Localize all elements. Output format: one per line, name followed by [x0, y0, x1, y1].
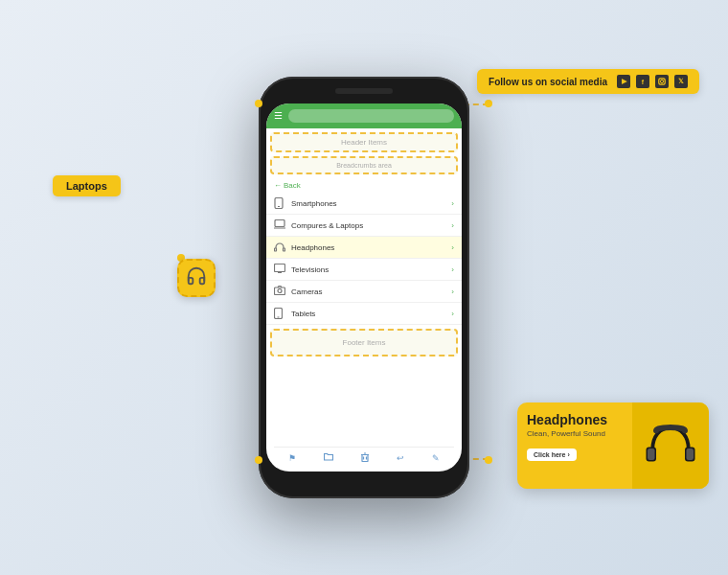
laptops-icon: [274, 219, 285, 231]
back-arrow-icon: ←: [274, 181, 282, 190]
back-button[interactable]: ← Back: [266, 178, 462, 193]
televisions-chevron: ›: [451, 265, 454, 274]
back-label: Back: [284, 181, 301, 190]
header-items-area: Header Items: [270, 132, 458, 152]
smartphones-chevron: ›: [451, 199, 454, 208]
screen-header: ☰: [266, 104, 462, 128]
social-bar-text: Follow us on social media: [489, 77, 607, 87]
svg-rect-7: [275, 248, 277, 251]
hamburger-icon[interactable]: ☰: [274, 111, 283, 121]
corner-dot-tr: [485, 100, 492, 107]
headphones-menu-label: Headphones: [291, 243, 445, 252]
tablets-label: Tablets: [291, 310, 445, 318]
twitter-icon[interactable]: 𝕏: [674, 75, 688, 88]
phone-notch: [335, 88, 393, 94]
cameras-label: Cameras: [291, 288, 445, 296]
tablets-chevron: ›: [451, 310, 454, 318]
svg-rect-5: [275, 220, 284, 227]
laptops-menu-label: Compures & Laptops: [291, 221, 445, 230]
phone-screen: ☰ Header Items Breadcrumbs area ← Back: [266, 104, 462, 472]
promo-card-button[interactable]: Click here ›: [527, 448, 577, 461]
corner-dot-bl: [255, 456, 262, 464]
bottom-nav: ⚑ ↩ ✎: [274, 447, 454, 468]
promo-card-content: Headphones Clean, Powerful Sound Click h…: [517, 402, 632, 489]
tablets-icon: [274, 308, 285, 319]
phone-shell: ☰ Header Items Breadcrumbs area ← Back: [259, 77, 469, 498]
promo-card-title: Headphones: [527, 412, 623, 427]
menu-item-cameras[interactable]: Cameras ›: [266, 281, 462, 303]
footer-items-area: Footer Items: [270, 329, 458, 356]
televisions-label: Televisions: [291, 265, 445, 274]
menu-item-smartphones[interactable]: Smartphones ›: [266, 193, 462, 215]
svg-rect-15: [362, 454, 368, 461]
search-bar[interactable]: [288, 109, 454, 123]
corner-dot-br: [485, 456, 492, 464]
svg-rect-8: [284, 248, 285, 251]
corner-dot-tl: [255, 100, 262, 107]
headphones-chevron: ›: [451, 243, 454, 252]
promo-card-image: [632, 402, 709, 489]
svg-rect-9: [275, 264, 285, 272]
menu-item-televisions[interactable]: Televisions ›: [266, 259, 462, 281]
svg-rect-23: [687, 448, 694, 460]
laptops-chevron: ›: [451, 221, 454, 230]
svg-point-2: [664, 80, 665, 80]
laptops-label: Laptops: [53, 175, 121, 196]
nav-icon-undo[interactable]: ↩: [397, 453, 404, 463]
headphones-badge-icon: [186, 265, 207, 291]
social-media-bar: Follow us on social media ▶ f 𝕏: [477, 69, 699, 94]
headphones-badge: [177, 259, 216, 297]
svg-point-12: [278, 289, 282, 293]
promo-card: Headphones Clean, Powerful Sound Click h…: [517, 402, 709, 489]
svg-point-1: [660, 80, 663, 82]
smartphones-icon: [274, 197, 285, 209]
nav-icon-folder[interactable]: [324, 452, 333, 463]
youtube-icon[interactable]: ▶: [617, 75, 630, 88]
headphones-menu-icon: [274, 242, 285, 253]
nav-icon-flag[interactable]: ⚑: [288, 453, 296, 463]
breadcrumbs-area: Breadcrumbs area: [270, 156, 458, 174]
svg-rect-22: [648, 448, 655, 460]
nav-icon-edit[interactable]: ✎: [432, 453, 440, 463]
menu-list: Smartphones › Compures & Laptops ›: [266, 193, 462, 325]
facebook-icon[interactable]: f: [636, 75, 649, 88]
nav-icon-trash[interactable]: [361, 452, 369, 464]
promo-card-description: Clean, Powerful Sound: [527, 429, 623, 438]
social-icons-group: ▶ f 𝕏: [617, 75, 688, 88]
menu-item-tablets[interactable]: Tablets ›: [266, 303, 462, 325]
cameras-icon: [274, 286, 285, 297]
cameras-chevron: ›: [451, 288, 454, 296]
televisions-icon: [274, 264, 285, 275]
menu-item-laptops[interactable]: Compures & Laptops ›: [266, 215, 462, 237]
menu-item-headphones[interactable]: Headphones ›: [266, 237, 462, 259]
smartphones-label: Smartphones: [291, 199, 445, 208]
instagram-icon[interactable]: [655, 75, 669, 88]
